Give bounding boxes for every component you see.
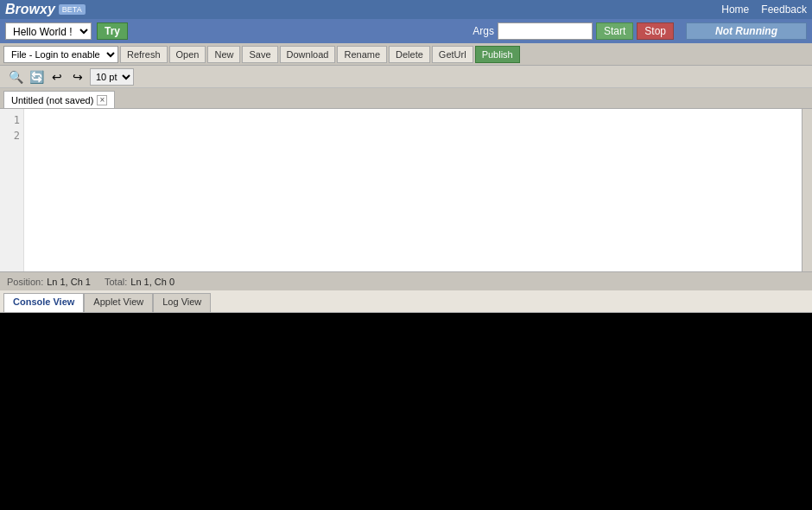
delete-button[interactable]: Delete <box>389 46 430 63</box>
beta-badge: BETA <box>59 4 86 15</box>
console-area <box>0 313 812 510</box>
refresh-button[interactable]: Refresh <box>120 46 168 63</box>
top-bar: Browxy BETA Home Feedback <box>0 0 812 19</box>
args-label: Args <box>473 25 494 37</box>
position-status: Position: Ln 1, Ch 1 <box>7 277 91 287</box>
line-numbers: 1 2 <box>0 109 24 271</box>
download-button[interactable]: Download <box>280 46 336 63</box>
total-status: Total: Ln 1, Ch 0 <box>105 277 174 287</box>
not-running-status: Not Running <box>686 22 807 40</box>
tab-applet-view[interactable]: Applet View <box>84 293 153 312</box>
editor-section: 🔍 🔄 ↩ ↪ 8 pt 9 pt 10 pt 11 pt 12 pt 14 p… <box>0 66 812 290</box>
geturl-button[interactable]: GetUrl <box>432 46 473 63</box>
editor-toolbar: 🔍 🔄 ↩ ↪ 8 pt 9 pt 10 pt 11 pt 12 pt 14 p… <box>0 66 812 88</box>
tab-log-view[interactable]: Log View <box>153 293 211 312</box>
redo-icon[interactable]: ↪ <box>69 68 86 86</box>
new-button[interactable]: New <box>207 46 240 63</box>
tab-console-view[interactable]: Console View <box>3 293 84 312</box>
tab-bar: Untitled (not saved) × <box>0 88 812 109</box>
brand-name: Browxy <box>5 2 55 17</box>
find-icon[interactable]: 🔍 <box>7 68 24 86</box>
bottom-section: Console View Applet View Log View <box>0 290 812 510</box>
start-button[interactable]: Start <box>596 22 633 40</box>
third-bar: File - Login to enable Refresh Open New … <box>0 43 812 66</box>
line-number: 2 <box>3 128 20 143</box>
main-container: 🔍 🔄 ↩ ↪ 8 pt 9 pt 10 pt 11 pt 12 pt 14 p… <box>0 66 812 510</box>
editor-tab[interactable]: Untitled (not saved) × <box>3 91 115 108</box>
top-nav: Home Feedback <box>721 3 807 16</box>
script-dropdown[interactable]: Hello World ! <box>5 22 92 40</box>
position-label: Position: <box>7 277 43 287</box>
font-size-select[interactable]: 8 pt 9 pt 10 pt 11 pt 12 pt 14 pt 16 pt <box>90 68 134 86</box>
open-button[interactable]: Open <box>169 46 206 63</box>
script-selector: Hello World ! <box>5 22 92 40</box>
args-input[interactable] <box>498 22 593 40</box>
tab-close-button[interactable]: × <box>97 95 107 105</box>
branding: Browxy BETA <box>5 2 86 17</box>
publish-button[interactable]: Publish <box>475 46 520 63</box>
bottom-tabs: Console View Applet View Log View <box>0 290 812 313</box>
home-link[interactable]: Home <box>721 3 749 16</box>
try-button[interactable]: Try <box>97 22 128 40</box>
file-dropdown[interactable]: File - Login to enable <box>3 46 118 63</box>
total-value: Ln 1, Ch 0 <box>130 277 174 287</box>
total-label: Total: <box>105 277 127 287</box>
save-button[interactable]: Save <box>242 46 277 63</box>
tab-title: Untitled (not saved) <box>11 95 93 105</box>
args-section: Args Start Stop Not Running <box>473 22 807 40</box>
second-bar: Hello World ! Try Args Start Stop Not Ru… <box>0 19 812 43</box>
rename-button[interactable]: Rename <box>337 46 387 63</box>
status-bar: Position: Ln 1, Ch 1 Total: Ln 1, Ch 0 <box>0 271 812 290</box>
refresh-icon[interactable]: 🔄 <box>28 68 45 86</box>
vertical-scrollbar[interactable] <box>802 109 812 271</box>
position-value: Ln 1, Ch 1 <box>47 277 91 287</box>
line-number: 1 <box>3 112 20 128</box>
code-editor[interactable] <box>24 109 802 271</box>
stop-button[interactable]: Stop <box>637 22 674 40</box>
editor-content: 1 2 <box>0 109 812 271</box>
undo-icon[interactable]: ↩ <box>48 68 66 86</box>
feedback-link[interactable]: Feedback <box>761 3 807 16</box>
